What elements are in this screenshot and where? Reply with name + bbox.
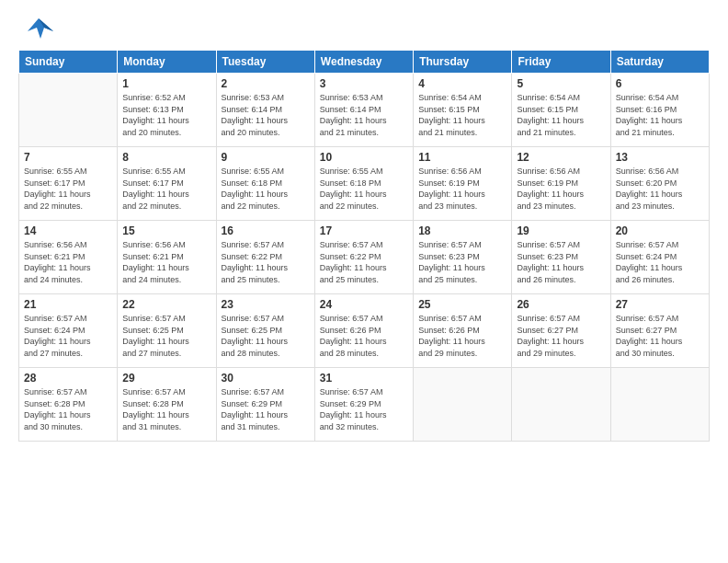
calendar-cell: 19Sunrise: 6:57 AM Sunset: 6:23 PM Dayli… [512,221,610,294]
day-number: 17 [320,224,408,237]
day-number: 28 [24,372,112,385]
day-number: 10 [320,151,408,164]
day-number: 20 [616,224,704,237]
calendar-cell: 26Sunrise: 6:57 AM Sunset: 6:27 PM Dayli… [512,294,610,368]
calendar-week-2: 7Sunrise: 6:55 AM Sunset: 6:17 PM Daylig… [19,147,710,221]
day-number: 31 [320,372,408,385]
calendar-cell: 20Sunrise: 6:57 AM Sunset: 6:24 PM Dayli… [610,221,709,294]
day-number: 22 [122,298,210,311]
day-number: 14 [24,224,112,237]
weekday-header-tuesday: Tuesday [216,51,314,74]
calendar-cell: 12Sunrise: 6:56 AM Sunset: 6:19 PM Dayli… [512,147,610,221]
calendar-cell: 30Sunrise: 6:57 AM Sunset: 6:29 PM Dayli… [216,368,314,442]
day-number: 16 [222,224,310,237]
day-info: Sunrise: 6:55 AM Sunset: 6:17 PM Dayligh… [122,166,210,212]
day-info: Sunrise: 6:57 AM Sunset: 6:28 PM Dayligh… [24,386,112,432]
day-number: 7 [24,151,112,164]
calendar-cell: 25Sunrise: 6:57 AM Sunset: 6:26 PM Dayli… [414,294,512,368]
day-number: 13 [616,151,704,164]
day-info: Sunrise: 6:57 AM Sunset: 6:27 PM Dayligh… [616,313,704,359]
calendar-week-5: 28Sunrise: 6:57 AM Sunset: 6:28 PM Dayli… [19,368,710,442]
day-info: Sunrise: 6:56 AM Sunset: 6:20 PM Dayligh… [616,166,704,212]
day-info: Sunrise: 6:53 AM Sunset: 6:14 PM Dayligh… [222,92,310,138]
calendar-cell: 16Sunrise: 6:57 AM Sunset: 6:22 PM Dayli… [216,221,314,294]
day-number: 2 [222,77,310,90]
page: SundayMondayTuesdayWednesdayThursdayFrid… [0,0,728,451]
day-number: 6 [616,77,704,90]
logo [18,15,61,42]
calendar-cell: 13Sunrise: 6:56 AM Sunset: 6:20 PM Dayli… [610,147,709,221]
day-number: 8 [122,151,210,164]
day-number: 30 [222,372,310,385]
weekday-header-thursday: Thursday [414,51,512,74]
day-number: 24 [320,298,408,311]
calendar-cell: 18Sunrise: 6:57 AM Sunset: 6:23 PM Dayli… [414,221,512,294]
day-info: Sunrise: 6:57 AM Sunset: 6:29 PM Dayligh… [222,386,310,432]
day-number: 29 [122,372,210,385]
day-info: Sunrise: 6:57 AM Sunset: 6:22 PM Dayligh… [222,239,310,285]
day-info: Sunrise: 6:57 AM Sunset: 6:24 PM Dayligh… [24,313,112,359]
day-number: 25 [418,298,506,311]
day-info: Sunrise: 6:57 AM Sunset: 6:27 PM Dayligh… [517,313,605,359]
calendar-header-row: SundayMondayTuesdayWednesdayThursdayFrid… [19,51,710,74]
day-info: Sunrise: 6:55 AM Sunset: 6:18 PM Dayligh… [222,166,310,212]
calendar-cell: 2Sunrise: 6:53 AM Sunset: 6:14 PM Daylig… [216,74,314,147]
weekday-header-monday: Monday [118,51,216,74]
calendar-cell: 5Sunrise: 6:54 AM Sunset: 6:15 PM Daylig… [512,74,610,147]
calendar-cell: 6Sunrise: 6:54 AM Sunset: 6:16 PM Daylig… [610,74,709,147]
calendar-cell [414,368,512,442]
calendar-cell: 23Sunrise: 6:57 AM Sunset: 6:25 PM Dayli… [216,294,314,368]
calendar-cell: 31Sunrise: 6:57 AM Sunset: 6:29 PM Dayli… [314,368,413,442]
day-number: 26 [517,298,605,311]
day-info: Sunrise: 6:57 AM Sunset: 6:26 PM Dayligh… [418,313,506,359]
day-info: Sunrise: 6:57 AM Sunset: 6:23 PM Dayligh… [517,239,605,285]
calendar-week-4: 21Sunrise: 6:57 AM Sunset: 6:24 PM Dayli… [19,294,710,368]
calendar-week-3: 14Sunrise: 6:56 AM Sunset: 6:21 PM Dayli… [19,221,710,294]
day-info: Sunrise: 6:55 AM Sunset: 6:18 PM Dayligh… [320,166,408,212]
day-info: Sunrise: 6:56 AM Sunset: 6:21 PM Dayligh… [122,239,210,285]
calendar-cell: 27Sunrise: 6:57 AM Sunset: 6:27 PM Dayli… [610,294,709,368]
day-info: Sunrise: 6:57 AM Sunset: 6:22 PM Dayligh… [320,239,408,285]
calendar-cell: 7Sunrise: 6:55 AM Sunset: 6:17 PM Daylig… [19,147,118,221]
day-info: Sunrise: 6:57 AM Sunset: 6:29 PM Dayligh… [320,386,408,432]
day-info: Sunrise: 6:56 AM Sunset: 6:19 PM Dayligh… [418,166,506,212]
day-number: 11 [418,151,506,164]
day-number: 4 [418,77,506,90]
calendar-cell: 22Sunrise: 6:57 AM Sunset: 6:25 PM Dayli… [118,294,216,368]
day-info: Sunrise: 6:55 AM Sunset: 6:17 PM Dayligh… [24,166,112,212]
day-number: 23 [222,298,310,311]
day-number: 1 [122,77,210,90]
day-info: Sunrise: 6:57 AM Sunset: 6:24 PM Dayligh… [616,239,704,285]
calendar-cell: 17Sunrise: 6:57 AM Sunset: 6:22 PM Dayli… [314,221,413,294]
day-number: 9 [222,151,310,164]
day-info: Sunrise: 6:57 AM Sunset: 6:28 PM Dayligh… [122,386,210,432]
calendar-cell: 21Sunrise: 6:57 AM Sunset: 6:24 PM Dayli… [19,294,118,368]
day-info: Sunrise: 6:57 AM Sunset: 6:25 PM Dayligh… [122,313,210,359]
day-info: Sunrise: 6:54 AM Sunset: 6:15 PM Dayligh… [517,92,605,138]
day-info: Sunrise: 6:54 AM Sunset: 6:16 PM Dayligh… [616,92,704,138]
day-number: 15 [122,224,210,237]
day-info: Sunrise: 6:56 AM Sunset: 6:19 PM Dayligh… [517,166,605,212]
weekday-header-wednesday: Wednesday [314,51,413,74]
logo-icon [18,15,59,42]
calendar-cell [19,74,118,147]
calendar-cell: 24Sunrise: 6:57 AM Sunset: 6:26 PM Dayli… [314,294,413,368]
calendar-cell [610,368,709,442]
day-number: 21 [24,298,112,311]
calendar-cell: 9Sunrise: 6:55 AM Sunset: 6:18 PM Daylig… [216,147,314,221]
day-info: Sunrise: 6:57 AM Sunset: 6:26 PM Dayligh… [320,313,408,359]
day-info: Sunrise: 6:57 AM Sunset: 6:23 PM Dayligh… [418,239,506,285]
calendar-cell: 10Sunrise: 6:55 AM Sunset: 6:18 PM Dayli… [314,147,413,221]
calendar-cell: 14Sunrise: 6:56 AM Sunset: 6:21 PM Dayli… [19,221,118,294]
calendar-cell: 29Sunrise: 6:57 AM Sunset: 6:28 PM Dayli… [118,368,216,442]
day-number: 5 [517,77,605,90]
calendar-cell: 11Sunrise: 6:56 AM Sunset: 6:19 PM Dayli… [414,147,512,221]
day-number: 19 [517,224,605,237]
calendar-cell: 1Sunrise: 6:52 AM Sunset: 6:13 PM Daylig… [118,74,216,147]
weekday-header-sunday: Sunday [19,51,118,74]
day-info: Sunrise: 6:53 AM Sunset: 6:14 PM Dayligh… [320,92,408,138]
calendar-cell: 15Sunrise: 6:56 AM Sunset: 6:21 PM Dayli… [118,221,216,294]
calendar-cell: 28Sunrise: 6:57 AM Sunset: 6:28 PM Dayli… [19,368,118,442]
header [18,15,710,42]
calendar-cell [512,368,610,442]
